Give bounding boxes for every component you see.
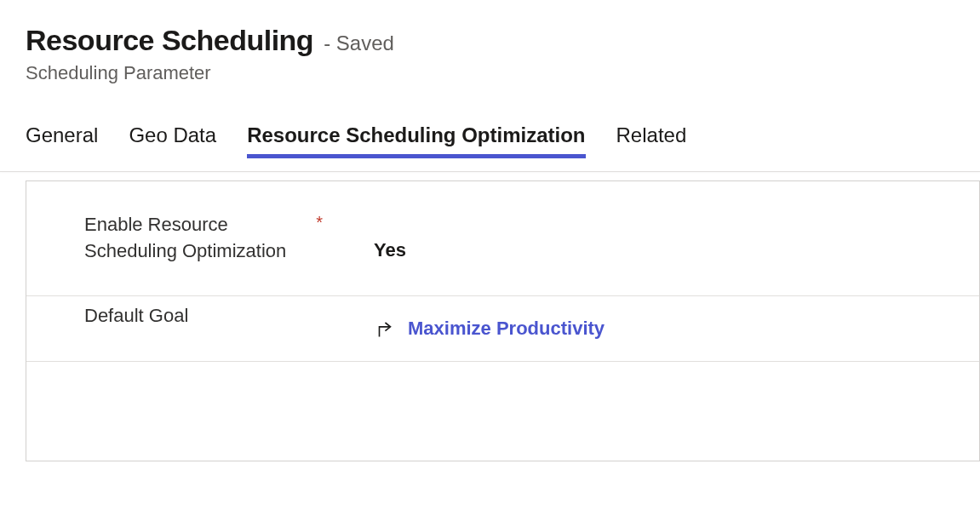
enable-rso-value[interactable]: Yes (374, 239, 406, 261)
default-goal-label: Default Goal (84, 303, 197, 329)
field-default-goal[interactable]: Default Goal Maximize Productivity (26, 296, 979, 362)
enable-rso-label: Enable Resource Scheduling Optimization (84, 212, 309, 265)
field-value-col: Maximize Productivity (323, 303, 979, 354)
field-label-col: Enable Resource Scheduling Optimization … (84, 212, 323, 265)
save-status: - Saved (324, 32, 394, 55)
entity-subtitle: Scheduling Parameter (26, 62, 954, 84)
default-goal-lookup[interactable]: Maximize Productivity (374, 318, 605, 340)
required-indicator: * (316, 212, 323, 232)
page-header: Resource Scheduling - Saved Scheduling P… (0, 0, 980, 100)
lookup-arrow-icon (374, 318, 396, 340)
tab-general[interactable]: General (26, 123, 98, 158)
field-enable-rso[interactable]: Enable Resource Scheduling Optimization … (26, 205, 979, 296)
tab-bar: General Geo Data Resource Scheduling Opt… (0, 100, 980, 158)
tab-divider (0, 171, 980, 172)
title-row: Resource Scheduling - Saved (26, 24, 954, 57)
tab-resource-scheduling-optimization[interactable]: Resource Scheduling Optimization (247, 123, 585, 158)
default-goal-value: Maximize Productivity (408, 318, 605, 340)
tab-related[interactable]: Related (616, 123, 687, 158)
field-value-col: Yes (323, 212, 979, 289)
tab-geo-data[interactable]: Geo Data (129, 123, 216, 158)
field-label-col: Default Goal (84, 303, 323, 329)
page-title: Resource Scheduling (26, 24, 313, 57)
form-panel: Enable Resource Scheduling Optimization … (26, 180, 980, 461)
